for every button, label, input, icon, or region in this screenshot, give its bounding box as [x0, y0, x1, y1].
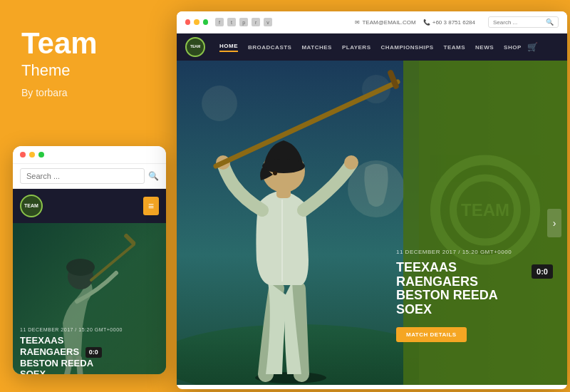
mobile-search-input[interactable]	[20, 168, 145, 184]
email-icon: ✉	[355, 19, 360, 26]
mobile-match-info: 11 DECEMBER 2017 / 15:20 GMT+0000 TEEXAA…	[20, 327, 159, 374]
nav-item-matches[interactable]: MATCHES	[301, 44, 331, 51]
mobile-logo: TEAM	[20, 195, 43, 217]
mobile-match-date: 11 DECEMBER 2017 / 15:20 GMT+0000	[20, 327, 159, 332]
social-icons: f t p r v	[215, 18, 272, 26]
cart-icon[interactable]: 🛒	[527, 42, 538, 52]
rss-icon[interactable]: r	[252, 18, 260, 26]
desktop-nav-logo: TEAM	[185, 37, 205, 57]
nav-item-shop[interactable]: SHOP	[504, 44, 522, 51]
desktop-hero: TEAM 11 DECEMBER 2017 / 15:20 GMT+0000 T…	[177, 61, 567, 385]
desktop-dot-red	[185, 19, 190, 25]
desktop-search-icon[interactable]: 🔍	[546, 19, 554, 26]
mobile-search-bar: 🔍	[13, 164, 166, 189]
hero-date: 11 DECEMBER 2017 / 15:20 GMT+0000	[396, 249, 553, 255]
desktop-info-bar: f t p r v ✉ TEAM@EMAIL.COM 📞 +60 3 8751 …	[177, 11, 567, 33]
desktop-search-box: 🔍	[488, 16, 559, 28]
hero-score-badge: 0:0	[532, 264, 553, 279]
hero-match-content: 11 DECEMBER 2017 / 15:20 GMT+0000 TEEXAA…	[396, 249, 553, 342]
vimeo-icon[interactable]: v	[264, 18, 272, 26]
theme-subtitle: Theme	[21, 61, 153, 80]
nav-item-broadcasts[interactable]: BROADCASTS	[248, 44, 291, 51]
search-icon: 🔍	[148, 171, 159, 181]
nav-item-players[interactable]: PLAYERS	[342, 44, 371, 51]
phone-text: +60 3 8751 6284	[432, 19, 475, 26]
desktop-dot-yellow	[194, 19, 199, 25]
theme-title: Team	[21, 29, 153, 58]
phone-icon: 📞	[423, 19, 430, 26]
mobile-match-teams: TEEXAAS RAENGAERS 0:0 BESTON REEDA SOEX	[20, 335, 159, 374]
hero-team2: BESTON REEDA SOEX	[396, 289, 524, 317]
desktop-mockup: f t p r v ✉ TEAM@EMAIL.COM 📞 +60 3 8751 …	[177, 11, 567, 389]
pinterest-icon[interactable]: p	[239, 18, 248, 26]
svg-point-3	[66, 259, 95, 276]
mobile-hero: 11 DECEMBER 2017 / 15:20 GMT+0000 TEEXAA…	[13, 223, 166, 374]
mobile-mockup: 🔍 TEAM ≡	[13, 146, 166, 374]
phone-info: 📞 +60 3 8751 6284	[423, 19, 475, 26]
hero-teams: TEEXAAS RAENGAERS BESTON REEDA SOEX	[396, 261, 524, 317]
nav-item-championships[interactable]: CHAMPIONSHIPS	[380, 44, 433, 51]
mobile-nav-bar: TEAM ≡	[13, 189, 166, 223]
hero-teams-score: TEEXAAS RAENGAERS BESTON REEDA SOEX 0:0	[396, 261, 553, 317]
hero-left-bg	[177, 61, 419, 385]
mobile-top-bar	[13, 146, 166, 164]
desktop-nav-items: HOME BROADCASTS MATCHES PLAYERS CHAMPION…	[219, 43, 522, 52]
nav-item-news[interactable]: NEWS	[475, 44, 494, 51]
desktop-dot-green	[203, 19, 208, 25]
mobile-dot-green	[38, 152, 44, 158]
mobile-hamburger-button[interactable]: ≡	[143, 197, 159, 215]
desktop-search-input[interactable]	[493, 19, 543, 26]
contact-info: ✉ TEAM@EMAIL.COM 📞 +60 3 8751 6284	[355, 19, 475, 26]
hero-team1: TEEXAAS RAENGAERS	[396, 261, 524, 289]
facebook-icon[interactable]: f	[215, 18, 224, 26]
nav-item-teams[interactable]: TEAMS	[444, 44, 466, 51]
email-info: ✉ TEAM@EMAIL.COM	[355, 19, 415, 26]
svg-point-20	[273, 171, 277, 175]
email-text: TEAM@EMAIL.COM	[362, 19, 415, 26]
mobile-dot-red	[20, 152, 26, 158]
desktop-nav: TEAM HOME BROADCASTS MATCHES PLAYERS CHA…	[177, 33, 567, 61]
nav-item-home[interactable]: HOME	[219, 43, 238, 52]
desktop-top-info: f t p r v ✉ TEAM@EMAIL.COM 📞 +60 3 8751 …	[215, 16, 559, 28]
svg-point-7	[202, 86, 237, 121]
hero-next-arrow[interactable]: ›	[547, 209, 561, 237]
mobile-score-badge: 0:0	[86, 347, 102, 358]
svg-point-14	[344, 155, 358, 170]
theme-author: By torbara	[21, 87, 153, 98]
svg-text:TEAM: TEAM	[461, 200, 509, 219]
mobile-dot-yellow	[29, 152, 35, 158]
match-details-button[interactable]: MATCH DETAILS	[396, 327, 467, 342]
left-panel: Team Theme By torbara 🔍 TEAM ≡	[0, 0, 175, 392]
twitter-icon[interactable]: t	[227, 18, 236, 26]
